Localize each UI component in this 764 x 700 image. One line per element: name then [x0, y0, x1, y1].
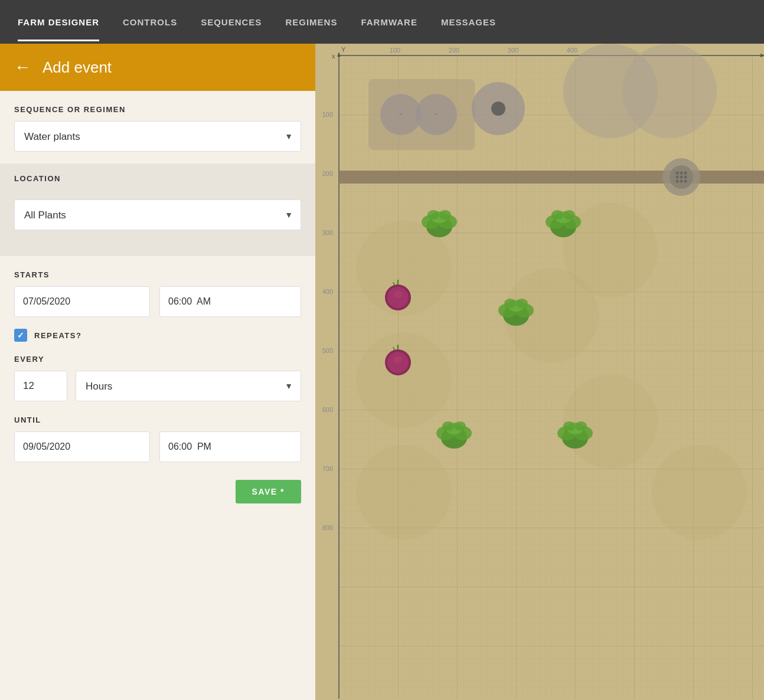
svg-point-48	[652, 445, 746, 539]
right-panel: x Y 100 200 300 400 100 200 300 400 500 …	[315, 44, 764, 700]
svg-point-76	[393, 356, 403, 363]
svg-point-36	[676, 176, 679, 179]
svg-point-27	[491, 102, 505, 116]
svg-text:x: x	[332, 53, 335, 60]
every-row: Hours ▼	[14, 371, 301, 401]
every-section: EVERY Hours ▼	[14, 355, 301, 401]
panel-header: ← Add event	[0, 44, 315, 91]
svg-point-29	[622, 44, 717, 138]
svg-text:200: 200	[322, 170, 333, 177]
nav-controls[interactable]: CONTROLS	[123, 12, 177, 32]
main-layout: ← Add event SEQUENCE OR REGIMEN Water pl…	[0, 44, 764, 700]
svg-point-35	[684, 172, 687, 175]
until-time-input[interactable]	[159, 431, 301, 462]
svg-text:400: 400	[322, 288, 333, 295]
sequence-label: SEQUENCE OR REGIMEN	[14, 105, 301, 114]
nav-messages[interactable]: MESSAGES	[441, 12, 496, 32]
svg-text:100: 100	[390, 47, 400, 54]
svg-text:800: 800	[322, 524, 333, 531]
farm-map: x Y 100 200 300 400 100 200 300 400 500 …	[315, 44, 764, 700]
location-label: LOCATION	[14, 174, 301, 183]
svg-text:100: 100	[322, 111, 333, 118]
start-time-input[interactable]	[159, 286, 301, 317]
left-panel: ← Add event SEQUENCE OR REGIMEN Water pl…	[0, 44, 315, 700]
starts-label: STARTS	[14, 270, 301, 279]
nav-farm-designer[interactable]: FARM DESIGNER	[18, 12, 99, 32]
nav-regimens[interactable]: REGIMENS	[285, 12, 337, 32]
until-date-input[interactable]	[14, 431, 150, 462]
svg-point-47	[563, 374, 658, 469]
panel-title: Add event	[43, 58, 112, 77]
svg-text:200: 200	[449, 47, 459, 54]
svg-text:Y: Y	[341, 46, 346, 53]
start-date-input[interactable]	[14, 286, 150, 317]
repeats-label: REPEATS?	[34, 331, 81, 340]
save-row: SAVE *	[14, 480, 301, 509]
nav-sequences[interactable]: SEQUENCES	[201, 12, 262, 32]
svg-point-87	[563, 421, 575, 431]
save-button[interactable]: SAVE *	[236, 480, 301, 503]
svg-text:300: 300	[322, 229, 333, 236]
repeats-checkbox[interactable]	[14, 329, 27, 342]
svg-point-34	[680, 172, 683, 175]
svg-point-53	[427, 210, 439, 220]
svg-point-37	[680, 176, 683, 179]
every-unit-select[interactable]: Hours	[76, 371, 301, 401]
navbar: FARM DESIGNER CONTROLS SEQUENCES REGIMEN…	[0, 0, 764, 44]
location-select[interactable]: All Plants	[14, 199, 301, 230]
farm-grid: x Y 100 200 300 400 100 200 300 400 500 …	[315, 44, 764, 700]
svg-text:700: 700	[322, 465, 333, 472]
svg-text:300: 300	[508, 47, 518, 54]
every-number-input[interactable]	[14, 371, 67, 401]
svg-point-59	[551, 210, 563, 220]
back-button[interactable]: ←	[14, 58, 31, 77]
svg-point-65	[393, 291, 403, 298]
svg-point-41	[684, 180, 687, 183]
sequence-select[interactable]: Water plants	[14, 121, 301, 152]
svg-text:500: 500	[322, 347, 333, 354]
svg-point-38	[684, 176, 687, 179]
nav-farmware[interactable]: FARMWARE	[361, 12, 417, 32]
svg-point-81	[442, 421, 454, 431]
until-row	[14, 431, 301, 462]
svg-text:-: -	[399, 109, 402, 119]
location-section: LOCATION All Plants ▼	[0, 163, 315, 256]
svg-point-43	[357, 333, 451, 427]
form-body: SEQUENCE OR REGIMEN Water plants ▼ LOCAT…	[0, 91, 315, 700]
svg-point-33	[676, 172, 679, 175]
svg-text:600: 600	[322, 406, 333, 413]
location-select-wrapper: All Plants ▼	[14, 199, 301, 230]
svg-point-82	[454, 421, 466, 431]
svg-text:-: -	[435, 109, 437, 119]
until-section: UNTIL	[14, 416, 301, 462]
svg-point-88	[575, 421, 587, 431]
svg-point-70	[504, 299, 516, 308]
svg-text:400: 400	[567, 47, 577, 54]
every-unit-wrapper: Hours ▼	[76, 371, 301, 401]
svg-point-39	[676, 180, 679, 183]
starts-row	[14, 286, 301, 317]
svg-point-60	[563, 210, 575, 220]
every-label: EVERY	[14, 355, 301, 364]
repeats-row: REPEATS?	[14, 329, 301, 342]
svg-point-71	[516, 299, 528, 308]
svg-point-45	[357, 445, 451, 539]
until-label: UNTIL	[14, 416, 301, 424]
svg-point-54	[439, 210, 451, 220]
svg-point-40	[680, 180, 683, 183]
sequence-select-wrapper: Water plants ▼	[14, 121, 301, 152]
